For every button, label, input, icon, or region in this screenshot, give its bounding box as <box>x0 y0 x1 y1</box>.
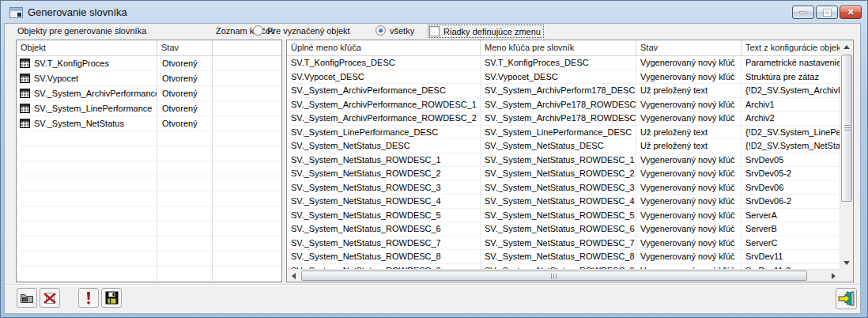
folder-icon <box>20 293 34 304</box>
object-row[interactable]: SV._System_LinePerformanceOtvorený <box>17 101 281 116</box>
scroll-right-button[interactable] <box>827 270 840 282</box>
key-full-name: SV._System_NetStatus_ROWDESC_3 <box>287 181 481 195</box>
radio-all[interactable]: všetky <box>376 25 414 36</box>
checkbox-rows-defining-change[interactable]: Riadky definujúce zmenu <box>428 25 544 38</box>
key-row[interactable]: SV._System_NetStatus_ROWDESC_4SV._System… <box>287 195 840 209</box>
key-row[interactable]: SV._System_NetStatus_ROWDESC_5SV._System… <box>287 209 840 223</box>
object-name: SV.Vypocet <box>34 74 78 83</box>
vertical-scrollbar[interactable] <box>840 40 853 269</box>
key-row[interactable]: SV._System_NetStatus_ROWDESC_7SV._System… <box>287 237 840 251</box>
key-dictionary-name: SV._System_NetStatus_ROWDESC_5 <box>481 209 636 223</box>
table-grid-icon <box>20 59 30 68</box>
key-row[interactable]: SV.T_KonfigProces_DESCSV.T_KonfigProces_… <box>287 56 840 70</box>
save-floppy-icon <box>105 291 119 305</box>
key-config-text: Archiv1 <box>742 98 840 112</box>
exit-button[interactable] <box>836 288 857 309</box>
maximize-button[interactable] <box>816 6 838 19</box>
object-row[interactable]: SV.T_KonfigProcesOtvorený <box>17 56 281 71</box>
object-row[interactable]: SV._System_NetStatusOtvorený <box>17 116 281 131</box>
remove-object-button[interactable] <box>40 288 60 308</box>
key-row[interactable]: SV._System_NetStatus_ROWDESC_2SV._System… <box>287 167 840 181</box>
key-row[interactable]: SV._System_ArchivPerformance_ROWDESC_1SV… <box>287 98 840 112</box>
empty-row <box>17 221 281 237</box>
object-status: Otvorený <box>157 86 213 101</box>
radio-selected-object[interactable]: Pre vyznačený objekt <box>253 25 350 36</box>
key-row[interactable]: SV._System_ArchivPerformance_ROWDESC_2SV… <box>287 112 840 126</box>
key-row[interactable]: SV._System_NetStatus_DESCSV._System_NetS… <box>287 139 840 153</box>
key-status: Vygenerovaný nový kľúč <box>636 237 742 251</box>
key-full-name: SV._System_NetStatus_ROWDESC_7 <box>287 237 481 251</box>
key-row[interactable]: SV._System_NetStatus_ROWDESC_6SV._System… <box>287 222 840 237</box>
column-header-dictionary-key-name[interactable]: Meno kľúča pre slovník <box>481 40 636 56</box>
object-row[interactable]: SV.VypocetOtvorený <box>17 71 281 86</box>
key-status: Vygenerovaný nový kľúč <box>636 222 742 237</box>
radio-label: všetky <box>390 26 414 36</box>
key-row[interactable]: SV._System_NetStatus_ROWDESC_3SV._System… <box>287 181 840 195</box>
key-dictionary-name: SV._System_NetStatus_ROWDESC_8 <box>481 250 636 264</box>
scroll-left-button[interactable] <box>287 270 300 282</box>
object-status: Otvorený <box>157 56 213 71</box>
column-header-empty[interactable] <box>213 40 281 56</box>
key-row[interactable]: SV._System_ArchivPerformance_DESCSV._Sys… <box>287 84 840 98</box>
objects-table: Objekt Stav SV.T_KonfigProcesOtvorenýSV.… <box>16 40 282 282</box>
empty-row <box>17 161 281 176</box>
key-row[interactable]: SV.Vypocet_DESCSV.Vypocet_DESCVygenerova… <box>287 70 840 85</box>
key-dictionary-name: SV._System_NetStatus_ROWDESC_2 <box>481 167 636 181</box>
radio-selected-icon <box>376 25 386 36</box>
close-icon: ✕ <box>847 8 854 17</box>
column-header-stav[interactable]: Stav <box>157 40 213 56</box>
generate-dictionary-button[interactable] <box>78 288 99 308</box>
vertical-scrollbar-thumb[interactable] <box>841 55 852 202</box>
key-row[interactable]: SV._System_NetStatus_ROWDESC_8SV._System… <box>287 250 840 264</box>
open-object-button[interactable] <box>17 288 37 308</box>
table-grid-icon <box>20 89 30 98</box>
key-row[interactable]: SV._System_NetStatus_ROWDESC_1SV._System… <box>287 153 840 168</box>
key-config-text: SrvDev05 <box>742 153 840 168</box>
key-full-name: SV.Vypocet_DESC <box>287 70 481 85</box>
column-header-full-key-name[interactable]: Úplné meno kľúča <box>287 40 481 56</box>
scroll-down-button[interactable] <box>840 256 853 269</box>
key-full-name: SV._System_NetStatus_ROWDESC_6 <box>287 222 481 237</box>
key-full-name: SV._System_NetStatus_ROWDESC_8 <box>287 250 481 264</box>
empty-row <box>17 146 281 161</box>
object-row[interactable]: SV._System_ArchivPerformanceOtvorený <box>17 86 281 101</box>
scroll-up-button[interactable] <box>840 40 853 53</box>
empty-row <box>17 206 281 221</box>
key-dictionary-name: SV.Vypocet_DESC <box>481 70 636 85</box>
column-header-status[interactable]: Stav <box>636 40 742 56</box>
object-name: SV.T_KonfigProces <box>34 59 109 68</box>
empty-row <box>17 237 281 252</box>
horizontal-scrollbar[interactable] <box>287 269 840 282</box>
minimize-button[interactable] <box>792 6 814 19</box>
key-dictionary-name: SV._System_NetStatus_ROWDESC_4 <box>481 195 636 209</box>
column-header-config-text[interactable]: Text z konfigurácie objek <box>742 40 840 56</box>
key-config-text: Struktúra pre zátaz <box>742 70 840 85</box>
key-dictionary-name: SV._System_LinePerformance_DESC <box>481 126 636 140</box>
table-grid-icon <box>20 104 30 113</box>
key-full-name: SV._System_ArchivPerformance_ROWDESC_2 <box>287 112 481 126</box>
key-status: Vygenerovaný nový kľúč <box>636 70 742 85</box>
scrollbar-corner <box>840 269 853 282</box>
key-status: Vygenerovaný nový kľúč <box>636 153 742 168</box>
key-config-text: ServerC <box>742 237 840 251</box>
key-row[interactable]: SV._System_LinePerformance_DESCSV._Syste… <box>287 126 840 140</box>
exit-door-icon <box>838 291 855 306</box>
arrow-left-icon <box>292 273 296 279</box>
footer-divider <box>5 284 860 286</box>
save-dictionary-button[interactable] <box>101 288 122 308</box>
keys-table-body: SV.T_KonfigProces_DESCSV.T_KonfigProces_… <box>287 56 840 269</box>
titlebar[interactable]: Generovanie slovníka ✕ <box>1 1 867 23</box>
key-full-name: SV._System_NetStatus_ROWDESC_4 <box>287 195 481 209</box>
key-full-name: SV._System_NetStatus_DESC <box>287 139 481 153</box>
object-name: SV._System_NetStatus <box>34 119 124 128</box>
close-button[interactable]: ✕ <box>840 6 862 19</box>
key-config-text: SrvDev06 <box>742 181 840 195</box>
exclamation-icon <box>83 291 94 305</box>
key-status: Už preložený text <box>636 126 742 140</box>
horizontal-scrollbar-thumb[interactable] <box>301 271 807 281</box>
key-status: Vygenerovaný nový kľúč <box>636 112 742 126</box>
key-config-text: ServerB <box>742 222 840 237</box>
delete-cross-icon <box>43 292 57 305</box>
column-header-objekt[interactable]: Objekt <box>17 40 157 56</box>
object-name: SV._System_LinePerformance <box>34 104 152 113</box>
